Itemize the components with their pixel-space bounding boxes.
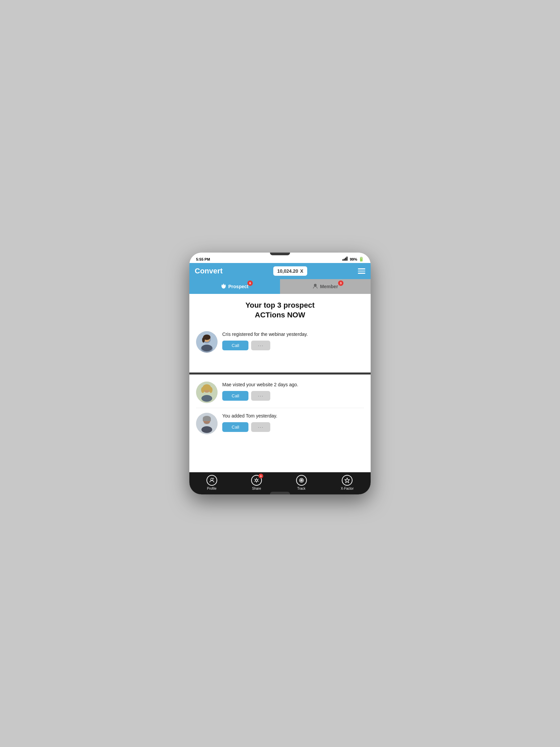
svg-line-29 (255, 479, 256, 480)
svg-point-20 (202, 426, 212, 433)
score-value: 10,024.20 (277, 268, 298, 274)
prospect-item-1: Cris registered for the webinar yesterda… (196, 327, 364, 357)
nav-item-profile[interactable]: Profile (207, 475, 217, 490)
prospect-item-3: You added Tom yesterday. Call ··· (196, 408, 364, 439)
svg-line-31 (255, 481, 256, 482)
more-button-3[interactable]: ··· (251, 422, 270, 432)
prospect-item-2: Mae visted your website 2 days ago. Call… (196, 377, 364, 408)
status-time: 5:55 PM (196, 257, 210, 261)
svg-point-26 (256, 479, 258, 481)
tab-prospect-label: Prospect (228, 284, 248, 289)
person-icon (313, 283, 318, 290)
signal-icon (342, 257, 348, 262)
svg-point-4 (314, 284, 317, 286)
battery-icon: 🔋 (358, 257, 364, 262)
svg-rect-2 (345, 258, 346, 261)
fold-bottom: Mae visted your website 2 days ago. Call… (189, 374, 371, 494)
prospect-text-2: Mae visted your website 2 days ago. (222, 382, 364, 388)
fold-separator (189, 372, 371, 375)
menu-icon[interactable] (358, 268, 365, 274)
xfactor-nav-icon (342, 475, 352, 486)
flame-icon (221, 283, 226, 290)
profile-nav-label: Profile (207, 487, 217, 490)
svg-point-14 (202, 395, 212, 402)
prospect-badge: 6 (247, 280, 253, 286)
bottom-nav: Profile 6 (189, 472, 371, 494)
more-button-2[interactable]: ··· (251, 391, 270, 401)
nav-item-track[interactable]: Track (296, 475, 307, 490)
share-nav-label: Share (252, 487, 261, 490)
svg-rect-1 (344, 259, 345, 261)
svg-point-9 (202, 344, 212, 351)
svg-line-32 (258, 479, 259, 480)
main-content-bottom: Mae visted your website 2 days ago. Call… (189, 374, 371, 472)
app-header: Convert 10,024.20 X (189, 263, 371, 279)
prospect-info-2: Mae visted your website 2 days ago. Call… (222, 382, 364, 401)
more-button-1[interactable]: ··· (251, 341, 270, 350)
action-buttons-2: Call ··· (222, 391, 364, 401)
svg-line-30 (258, 481, 259, 482)
track-nav-icon (296, 475, 307, 486)
score-badge: 10,024.20 X (273, 266, 308, 276)
call-button-3[interactable]: Call (222, 422, 248, 432)
nav-item-xfactor[interactable]: X-Factor (341, 475, 353, 490)
svg-line-25 (213, 478, 214, 479)
svg-point-23 (204, 421, 210, 424)
device-frame: 5:55 PM 99% 🔋 Convert 10,024.20 (189, 253, 371, 494)
svg-point-17 (209, 387, 213, 393)
call-button-1[interactable]: Call (222, 341, 248, 350)
prospect-info-3: You added Tom yesterday. Call ··· (222, 413, 364, 432)
action-buttons-1: Call ··· (222, 341, 364, 350)
svg-point-16 (201, 387, 205, 393)
tab-member[interactable]: Member 3 (280, 279, 371, 294)
score-unit: X (300, 268, 303, 274)
svg-point-35 (301, 480, 302, 481)
prospect-info-1: Cris registered for the webinar yesterda… (222, 331, 364, 350)
nav-item-share[interactable]: 6 Share (251, 475, 262, 490)
svg-rect-22 (203, 418, 211, 421)
svg-point-11 (202, 337, 205, 342)
xfactor-nav-label: X-Factor (341, 487, 353, 490)
tab-bar: Prospect 6 Member 3 (189, 279, 371, 294)
headline: Your top 3 prospect ACTions NOW (196, 301, 364, 320)
prospect-text-1: Cris registered for the webinar yesterda… (222, 331, 364, 338)
svg-point-24 (211, 478, 213, 481)
avatar-2 (196, 382, 218, 403)
tab-prospect[interactable]: Prospect 6 (189, 279, 280, 294)
track-nav-label: Track (297, 487, 305, 490)
share-badge: 6 (259, 473, 263, 478)
profile-nav-icon (207, 475, 217, 486)
fold-top: 5:55 PM 99% 🔋 Convert 10,024.20 (189, 253, 371, 374)
svg-rect-0 (342, 259, 343, 261)
tab-member-label: Member (320, 284, 338, 289)
battery-text: 99% (350, 257, 357, 261)
member-badge: 3 (338, 280, 343, 286)
svg-rect-3 (346, 257, 347, 261)
avatar-3 (196, 413, 218, 434)
main-content-top: Your top 3 prospect ACTions NOW (189, 294, 371, 357)
call-button-2[interactable]: Call (222, 391, 248, 401)
action-buttons-3: Call ··· (222, 422, 364, 432)
status-right: 99% 🔋 (342, 257, 364, 262)
avatar-1 (196, 331, 218, 353)
app-title: Convert (195, 267, 222, 276)
prospect-text-3: You added Tom yesterday. (222, 413, 364, 419)
